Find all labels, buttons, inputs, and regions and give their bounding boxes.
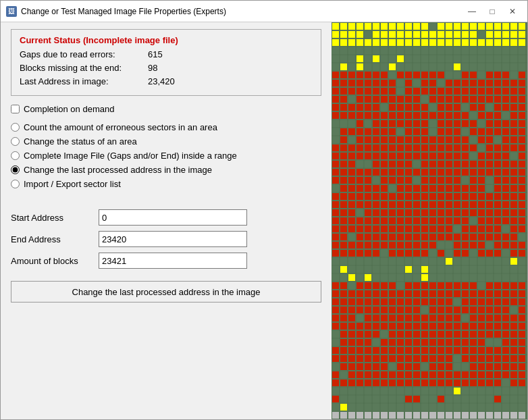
completion-label: Completion on demand <box>24 104 114 114</box>
status-row-address: Last Address in image: 23,420 <box>20 76 313 86</box>
start-address-row: Start Address <box>11 209 321 226</box>
window-title: Change or Test Managed Image File Proper… <box>21 7 226 16</box>
gaps-value: 615 <box>148 49 163 59</box>
completion-checkbox[interactable] <box>11 105 20 113</box>
start-address-input[interactable] <box>99 209 247 226</box>
title-controls: — □ ✕ <box>463 5 522 18</box>
radio-row-3: Complete Image File (Gaps and/or End) in… <box>11 151 321 161</box>
radio-label-4: Change the last processed address in the… <box>24 165 212 175</box>
blocks-value: 98 <box>148 63 157 73</box>
radio-change-status[interactable] <box>11 137 20 146</box>
address-label: Last Address in image: <box>20 76 148 86</box>
end-address-input[interactable] <box>99 231 247 247</box>
radio-row-4: Change the last processed address in the… <box>11 165 321 175</box>
radio-label-2: Change the status of an area <box>24 136 137 147</box>
amount-blocks-input[interactable] <box>99 253 247 269</box>
window-icon: 🖼 <box>6 6 17 17</box>
minimize-button[interactable]: — <box>463 5 481 18</box>
radio-label-3: Complete Image File (Gaps and/or End) in… <box>24 151 237 161</box>
blocks-label: Blocks missing at the end: <box>20 63 148 73</box>
status-title: Current Status (Incomplete image file) <box>20 35 313 45</box>
maximize-button[interactable]: □ <box>483 5 502 18</box>
action-button[interactable]: Change the last processed address in the… <box>11 281 321 303</box>
title-bar: 🖼 Change or Test Managed Image File Prop… <box>1 1 527 22</box>
status-section: Current Status (Incomplete image file) G… <box>11 29 321 96</box>
radio-row-5: Import / Export sector list <box>11 179 321 189</box>
radio-label-1: Count the amount of erroneous sectors in… <box>24 122 217 132</box>
fields-section: Start Address End Address Amount of bloc… <box>11 209 321 269</box>
completion-checkbox-row: Completion on demand <box>11 104 321 114</box>
radio-import-export[interactable] <box>11 180 20 188</box>
main-window: 🖼 Change or Test Managed Image File Prop… <box>0 0 528 420</box>
radio-row-1: Count the amount of erroneous sectors in… <box>11 122 321 132</box>
status-row-gaps: Gaps due to read errors: 615 <box>20 49 313 59</box>
title-bar-left: 🖼 Change or Test Managed Image File Prop… <box>6 6 226 17</box>
address-value: 23,420 <box>148 76 175 86</box>
radio-label-5: Import / Export sector list <box>24 179 121 189</box>
radio-section: Count the amount of erroneous sectors in… <box>11 122 321 189</box>
start-address-label: Start Address <box>11 213 99 223</box>
grid-canvas <box>332 22 527 419</box>
radio-count-errors[interactable] <box>11 123 20 132</box>
radio-complete-image[interactable] <box>11 151 20 160</box>
amount-blocks-label: Amount of blocks <box>11 256 99 266</box>
right-panel <box>332 22 527 419</box>
content-area: Current Status (Incomplete image file) G… <box>1 22 527 419</box>
end-address-row: End Address <box>11 231 321 247</box>
left-panel: Current Status (Incomplete image file) G… <box>1 22 332 419</box>
amount-blocks-row: Amount of blocks <box>11 253 321 269</box>
close-button[interactable]: ✕ <box>503 5 522 18</box>
gaps-label: Gaps due to read errors: <box>20 49 148 59</box>
end-address-label: End Address <box>11 234 99 244</box>
radio-change-last-address[interactable] <box>11 165 20 174</box>
status-row-blocks: Blocks missing at the end: 98 <box>20 63 313 73</box>
radio-row-2: Change the status of an area <box>11 136 321 147</box>
